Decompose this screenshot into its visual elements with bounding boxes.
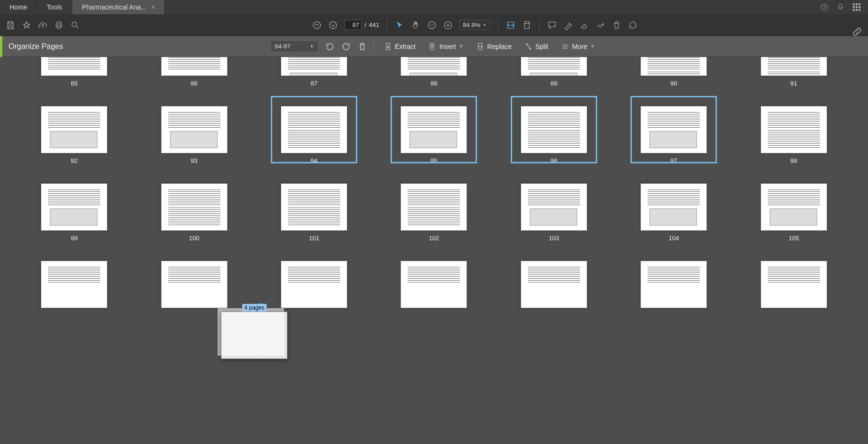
page-thumbnail[interactable]: 104	[628, 183, 719, 242]
page-thumbnail[interactable]: 92	[29, 106, 120, 164]
erase-icon[interactable]	[580, 20, 589, 30]
help-icon[interactable]: ?	[820, 3, 828, 11]
zoom-select[interactable]: 84.9% ▼	[459, 20, 490, 30]
sign-icon[interactable]	[596, 20, 605, 30]
tabs-bar: Home Tools Pharmaceutical Ana... × ?	[0, 0, 868, 14]
trash-icon[interactable]	[612, 20, 621, 30]
rotate-left-icon[interactable]	[325, 42, 334, 51]
fit-page-icon[interactable]	[522, 20, 532, 30]
thumbnail-grid-container[interactable]: 8586878889909192939495969798991001011021…	[0, 57, 868, 444]
extract-button[interactable]: Extract	[381, 40, 419, 53]
page-thumbnail[interactable]: 98	[748, 106, 839, 164]
page-thumbnail-image	[41, 261, 107, 308]
comment-icon[interactable]	[547, 20, 557, 30]
page-thumbnail[interactable]: 86	[148, 57, 239, 87]
page-down-icon[interactable]	[328, 20, 338, 30]
page-thumbnail[interactable]: 87	[268, 57, 360, 87]
page-thumbnail-image	[41, 106, 107, 153]
page-thumbnail[interactable]: 99	[29, 183, 120, 242]
page-thumbnail-image	[401, 261, 467, 308]
page-thumbnail-label: 96	[551, 157, 557, 164]
page-thumbnail-label: 87	[311, 80, 317, 87]
page-thumbnail-label: 93	[191, 157, 197, 164]
page-range-select[interactable]: 94-97 ▼	[270, 40, 318, 52]
page-thumbnail-label: 89	[551, 80, 557, 87]
page-up-icon[interactable]	[312, 20, 322, 30]
page-thumbnail-image	[640, 106, 707, 153]
page-thumbnail[interactable]: 96	[508, 106, 600, 164]
page-thumbnail-image	[161, 261, 228, 308]
search-icon[interactable]	[70, 20, 80, 30]
page-thumbnail-image	[41, 183, 107, 231]
tab-tools-label: Tools	[47, 3, 62, 11]
print-icon[interactable]	[54, 20, 64, 30]
zoom-in-icon[interactable]	[443, 20, 453, 30]
page-thumbnail-label: 105	[789, 235, 799, 242]
page-thumbnail[interactable]: 94	[268, 106, 360, 164]
page-thumbnail[interactable]: 85	[29, 57, 120, 87]
page-thumbnail-image	[281, 261, 347, 308]
cloud-upload-icon[interactable]	[38, 20, 48, 30]
page-thumbnail[interactable]: 91	[748, 57, 839, 87]
apps-icon[interactable]	[853, 3, 860, 11]
page-thumbnail[interactable]	[748, 261, 839, 308]
page-thumbnail-image	[521, 183, 587, 231]
delete-page-icon[interactable]	[357, 42, 367, 51]
page-thumbnail-image	[521, 57, 587, 76]
page-thumbnail[interactable]: 88	[388, 57, 479, 87]
select-tool-icon[interactable]	[395, 20, 404, 30]
page-thumbnail[interactable]	[508, 261, 600, 308]
more-button[interactable]: More▼	[558, 40, 598, 53]
page-thumbnail-label: 91	[791, 80, 797, 87]
link-icon[interactable]	[852, 27, 862, 37]
drag-count-label: 4 pages	[242, 304, 267, 312]
page-thumbnail[interactable]: 102	[388, 183, 479, 242]
tab-document[interactable]: Pharmaceutical Ana... ×	[72, 0, 165, 14]
panel-accent	[0, 36, 2, 57]
page-thumbnail[interactable]: 93	[148, 106, 239, 164]
fit-width-icon[interactable]	[506, 20, 515, 30]
svg-point-3	[313, 21, 320, 28]
page-thumbnail-label: 90	[670, 80, 677, 87]
star-icon[interactable]	[22, 20, 31, 30]
chevron-down-icon: ▼	[590, 44, 595, 49]
page-thumbnail[interactable]	[388, 261, 479, 308]
refresh-icon[interactable]	[628, 20, 638, 30]
page-thumbnail-label: 92	[71, 157, 77, 164]
rotate-right-icon[interactable]	[341, 42, 351, 51]
page-thumbnail[interactable]: 89	[508, 57, 600, 87]
page-thumbnail[interactable]: 95	[388, 106, 479, 164]
hand-tool-icon[interactable]	[411, 20, 420, 30]
current-page-input[interactable]	[344, 20, 362, 30]
page-thumbnail[interactable]	[148, 261, 239, 308]
zoom-out-icon[interactable]	[427, 20, 437, 30]
close-tab-icon[interactable]: ×	[151, 3, 155, 11]
page-thumbnail-image	[281, 106, 347, 153]
page-thumbnail[interactable]: 97	[628, 106, 719, 164]
svg-point-2	[72, 22, 76, 27]
page-thumbnail[interactable]	[628, 261, 719, 308]
page-thumbnail-image	[521, 261, 587, 308]
tab-home[interactable]: Home	[0, 0, 37, 14]
page-thumbnail[interactable]: 101	[268, 183, 360, 242]
page-number: / 441	[344, 20, 379, 30]
page-thumbnail-label: 100	[189, 235, 200, 242]
page-thumbnail-label: 104	[669, 235, 679, 242]
split-button[interactable]: Split	[521, 40, 551, 53]
page-thumbnail[interactable]: 105	[748, 183, 839, 242]
page-thumbnail[interactable]: 103	[508, 183, 600, 242]
page-thumbnail[interactable]: 100	[148, 183, 239, 242]
page-thumbnail[interactable]	[268, 261, 360, 308]
organize-title: Organize Pages	[9, 42, 63, 51]
replace-button[interactable]: Replace	[473, 40, 515, 53]
tab-tools[interactable]: Tools	[37, 0, 72, 14]
tab-home-label: Home	[10, 3, 27, 11]
save-icon[interactable]	[6, 20, 15, 30]
bell-icon[interactable]	[837, 3, 844, 11]
highlight-icon[interactable]	[563, 20, 573, 30]
page-thumbnail[interactable]: 90	[628, 57, 719, 87]
page-thumbnail-label: 97	[670, 157, 677, 164]
page-thumbnail[interactable]	[29, 261, 120, 308]
drag-ghost	[221, 312, 287, 359]
insert-button[interactable]: Insert▼	[425, 40, 467, 53]
